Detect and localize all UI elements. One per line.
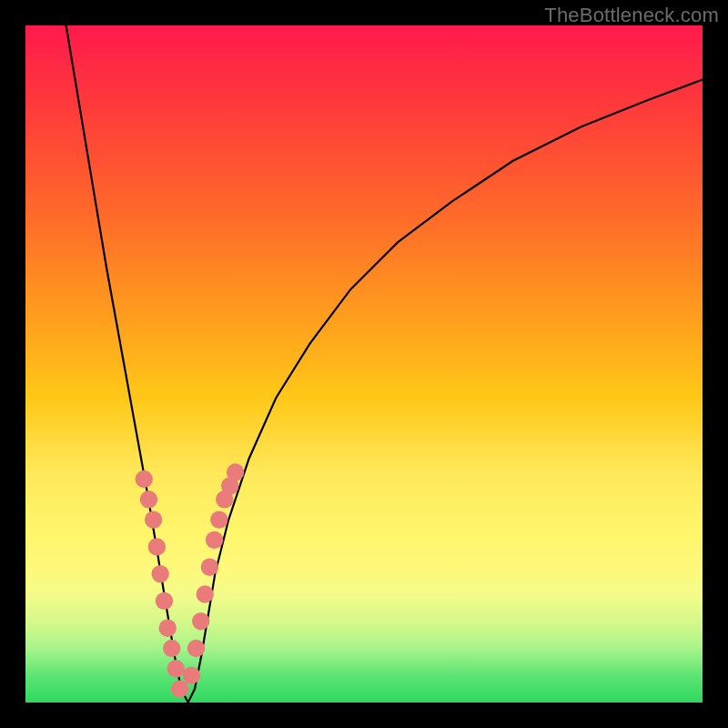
marker-group [136,463,245,698]
marker-dot [206,531,223,549]
marker-dot [171,680,188,697]
marker-dot [192,612,209,630]
marker-dot [151,565,168,582]
marker-dot [201,559,218,576]
curve-svg [25,25,703,703]
marker-dot [227,463,244,480]
marker-dot [163,640,180,657]
marker-dot [197,585,214,602]
marker-dot [159,620,177,637]
marker-dot [145,511,162,528]
marker-dot [156,592,173,610]
marker-dot [210,511,228,528]
marker-dot [136,470,153,488]
marker-dot [148,538,166,555]
watermark-text: TheBottleneck.com [544,4,719,27]
plot-area [25,25,703,703]
marker-dot [187,640,205,657]
marker-dot [183,667,200,684]
chart-frame: TheBottleneck.com [0,0,728,728]
marker-dot [140,490,157,508]
marker-dot [167,660,185,677]
